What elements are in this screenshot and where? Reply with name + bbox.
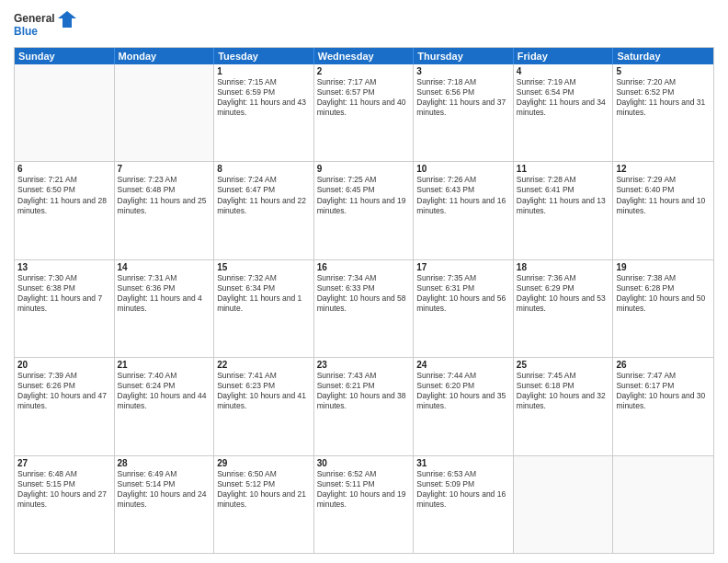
- calendar-cell: 26Sunrise: 7:47 AM Sunset: 6:17 PM Dayli…: [613, 358, 713, 454]
- cell-info: Sunrise: 7:25 AM Sunset: 6:45 PM Dayligh…: [317, 175, 411, 215]
- calendar: SundayMondayTuesdayWednesdayThursdayFrid…: [14, 47, 714, 554]
- day-number: 8: [217, 164, 311, 174]
- cell-info: Sunrise: 7:35 AM Sunset: 6:31 PM Dayligh…: [416, 273, 510, 314]
- calendar-cell: 27Sunrise: 6:48 AM Sunset: 5:15 PM Dayli…: [15, 456, 115, 553]
- calendar-cell: 24Sunrise: 7:44 AM Sunset: 6:20 PM Dayli…: [414, 358, 514, 454]
- calendar-cell: 31Sunrise: 6:53 AM Sunset: 5:09 PM Dayli…: [414, 456, 514, 553]
- calendar-cell: [613, 456, 713, 553]
- calendar-cell: 11Sunrise: 7:28 AM Sunset: 6:41 PM Dayli…: [514, 162, 614, 259]
- day-number: 28: [118, 458, 211, 468]
- calendar-row: 27Sunrise: 6:48 AM Sunset: 5:15 PM Dayli…: [15, 455, 713, 553]
- cell-info: Sunrise: 7:20 AM Sunset: 6:52 PM Dayligh…: [616, 77, 711, 118]
- weekday-header: Saturday: [613, 48, 713, 64]
- day-number: 3: [416, 66, 510, 76]
- cell-info: Sunrise: 7:17 AM Sunset: 6:57 PM Dayligh…: [317, 77, 411, 118]
- weekday-header: Friday: [514, 48, 614, 64]
- cell-info: Sunrise: 7:44 AM Sunset: 6:20 PM Dayligh…: [416, 371, 510, 411]
- day-number: 19: [616, 262, 711, 272]
- calendar-cell: 7Sunrise: 7:23 AM Sunset: 6:48 PM Daylig…: [115, 162, 215, 259]
- day-number: 30: [317, 458, 411, 468]
- calendar-cell: 10Sunrise: 7:26 AM Sunset: 6:43 PM Dayli…: [414, 162, 514, 259]
- calendar-cell: 20Sunrise: 7:39 AM Sunset: 6:26 PM Dayli…: [15, 358, 115, 454]
- logo-svg: General Blue: [14, 9, 78, 41]
- day-number: 24: [416, 360, 510, 370]
- calendar-row: 13Sunrise: 7:30 AM Sunset: 6:38 PM Dayli…: [15, 259, 713, 357]
- calendar-cell: 16Sunrise: 7:34 AM Sunset: 6:33 PM Dayli…: [314, 260, 415, 357]
- calendar-cell: 8Sunrise: 7:24 AM Sunset: 6:47 PM Daylig…: [214, 162, 314, 259]
- day-number: 11: [517, 164, 610, 174]
- calendar-cell: 25Sunrise: 7:45 AM Sunset: 6:18 PM Dayli…: [514, 358, 614, 454]
- cell-info: Sunrise: 6:50 AM Sunset: 5:12 PM Dayligh…: [217, 469, 311, 510]
- weekday-header: Thursday: [414, 48, 514, 64]
- calendar-row: 6Sunrise: 7:21 AM Sunset: 6:50 PM Daylig…: [15, 161, 713, 259]
- day-number: 27: [17, 458, 111, 468]
- calendar-cell: 13Sunrise: 7:30 AM Sunset: 6:38 PM Dayli…: [15, 260, 115, 357]
- cell-info: Sunrise: 7:38 AM Sunset: 6:28 PM Dayligh…: [616, 273, 711, 314]
- cell-info: Sunrise: 7:15 AM Sunset: 6:59 PM Dayligh…: [217, 77, 311, 118]
- calendar-cell: [15, 64, 115, 161]
- day-number: 13: [17, 262, 111, 272]
- cell-info: Sunrise: 7:24 AM Sunset: 6:47 PM Dayligh…: [217, 175, 311, 215]
- calendar-cell: 17Sunrise: 7:35 AM Sunset: 6:31 PM Dayli…: [414, 260, 514, 357]
- day-number: 14: [118, 262, 211, 272]
- day-number: 10: [416, 164, 510, 174]
- day-number: 17: [416, 262, 510, 272]
- weekday-header: Wednesday: [314, 48, 415, 64]
- calendar-cell: 28Sunrise: 6:49 AM Sunset: 5:14 PM Dayli…: [115, 456, 215, 553]
- svg-marker-2: [58, 11, 76, 28]
- calendar-cell: 12Sunrise: 7:29 AM Sunset: 6:40 PM Dayli…: [613, 162, 713, 259]
- cell-info: Sunrise: 7:31 AM Sunset: 6:36 PM Dayligh…: [118, 273, 211, 314]
- calendar-cell: 9Sunrise: 7:25 AM Sunset: 6:45 PM Daylig…: [314, 162, 415, 259]
- calendar-cell: 4Sunrise: 7:19 AM Sunset: 6:54 PM Daylig…: [514, 64, 614, 161]
- day-number: 4: [517, 66, 610, 76]
- calendar-cell: 22Sunrise: 7:41 AM Sunset: 6:23 PM Dayli…: [214, 358, 314, 454]
- calendar-cell: [115, 64, 215, 161]
- cell-info: Sunrise: 6:52 AM Sunset: 5:11 PM Dayligh…: [317, 469, 411, 510]
- day-number: 7: [118, 164, 211, 174]
- cell-info: Sunrise: 6:49 AM Sunset: 5:14 PM Dayligh…: [118, 469, 211, 510]
- day-number: 6: [17, 164, 111, 174]
- calendar-row: 1Sunrise: 7:15 AM Sunset: 6:59 PM Daylig…: [15, 64, 713, 161]
- cell-info: Sunrise: 7:47 AM Sunset: 6:17 PM Dayligh…: [616, 371, 711, 411]
- day-number: 20: [17, 360, 111, 370]
- logo: General Blue: [14, 9, 78, 41]
- calendar-cell: 14Sunrise: 7:31 AM Sunset: 6:36 PM Dayli…: [115, 260, 215, 357]
- day-number: 25: [517, 360, 610, 370]
- cell-info: Sunrise: 7:32 AM Sunset: 6:34 PM Dayligh…: [217, 273, 311, 314]
- day-number: 31: [416, 458, 510, 468]
- cell-info: Sunrise: 7:23 AM Sunset: 6:48 PM Dayligh…: [118, 175, 211, 215]
- svg-text:Blue: Blue: [14, 25, 38, 38]
- calendar-body: 1Sunrise: 7:15 AM Sunset: 6:59 PM Daylig…: [15, 64, 713, 553]
- cell-info: Sunrise: 7:26 AM Sunset: 6:43 PM Dayligh…: [416, 175, 510, 215]
- calendar-cell: 2Sunrise: 7:17 AM Sunset: 6:57 PM Daylig…: [314, 64, 415, 161]
- cell-info: Sunrise: 7:41 AM Sunset: 6:23 PM Dayligh…: [217, 371, 311, 411]
- cell-info: Sunrise: 7:29 AM Sunset: 6:40 PM Dayligh…: [616, 175, 711, 215]
- svg-text:General: General: [14, 12, 55, 25]
- cell-info: Sunrise: 7:34 AM Sunset: 6:33 PM Dayligh…: [317, 273, 411, 314]
- calendar-cell: 30Sunrise: 6:52 AM Sunset: 5:11 PM Dayli…: [314, 456, 415, 553]
- cell-info: Sunrise: 7:19 AM Sunset: 6:54 PM Dayligh…: [517, 77, 610, 118]
- weekday-header: Sunday: [15, 48, 115, 64]
- cell-info: Sunrise: 7:39 AM Sunset: 6:26 PM Dayligh…: [17, 371, 111, 411]
- cell-info: Sunrise: 7:43 AM Sunset: 6:21 PM Dayligh…: [317, 371, 411, 411]
- day-number: 1: [217, 66, 311, 76]
- cell-info: Sunrise: 6:53 AM Sunset: 5:09 PM Dayligh…: [416, 469, 510, 510]
- day-number: 16: [317, 262, 411, 272]
- calendar-cell: 15Sunrise: 7:32 AM Sunset: 6:34 PM Dayli…: [214, 260, 314, 357]
- day-number: 29: [217, 458, 311, 468]
- day-number: 15: [217, 262, 311, 272]
- day-number: 9: [317, 164, 411, 174]
- calendar-cell: 1Sunrise: 7:15 AM Sunset: 6:59 PM Daylig…: [214, 64, 314, 161]
- page-header: General Blue: [14, 9, 714, 41]
- cell-info: Sunrise: 7:45 AM Sunset: 6:18 PM Dayligh…: [517, 371, 610, 411]
- calendar-cell: 3Sunrise: 7:18 AM Sunset: 6:56 PM Daylig…: [414, 64, 514, 161]
- day-number: 2: [317, 66, 411, 76]
- calendar-cell: 21Sunrise: 7:40 AM Sunset: 6:24 PM Dayli…: [115, 358, 215, 454]
- calendar-row: 20Sunrise: 7:39 AM Sunset: 6:26 PM Dayli…: [15, 357, 713, 454]
- calendar-cell: 23Sunrise: 7:43 AM Sunset: 6:21 PM Dayli…: [314, 358, 415, 454]
- cell-info: Sunrise: 7:18 AM Sunset: 6:56 PM Dayligh…: [416, 77, 510, 118]
- day-number: 18: [517, 262, 610, 272]
- calendar-cell: 29Sunrise: 6:50 AM Sunset: 5:12 PM Dayli…: [214, 456, 314, 553]
- cell-info: Sunrise: 6:48 AM Sunset: 5:15 PM Dayligh…: [17, 469, 111, 510]
- weekday-header: Monday: [115, 48, 215, 64]
